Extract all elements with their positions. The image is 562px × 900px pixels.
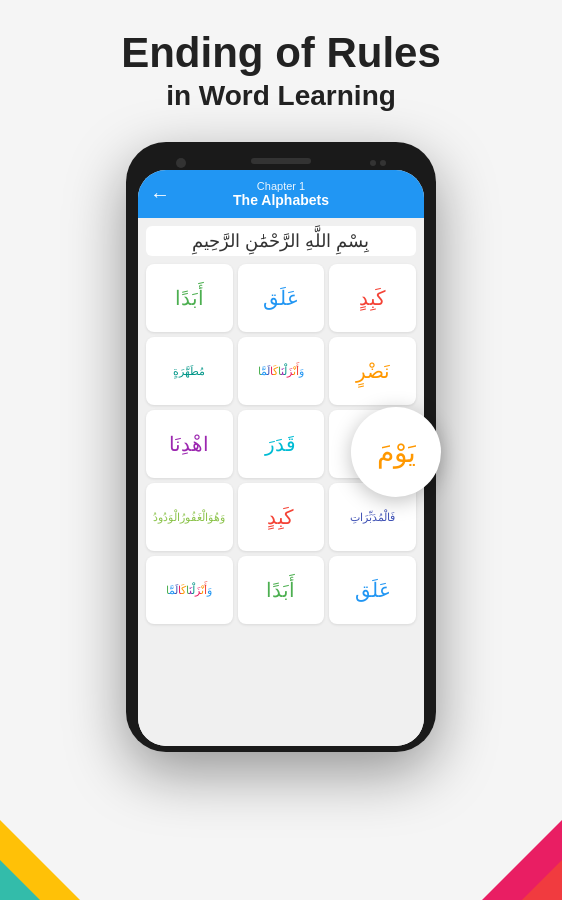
popup-word: يَوْمَ bbox=[351, 407, 441, 497]
header-section: Ending of Rules in Word Learning bbox=[0, 0, 562, 122]
bismillah-text: بِسْمِ اللَّهِ الرَّحْمَٰنِ الرَّحِيمِ bbox=[146, 226, 416, 256]
header-text: Chapter 1 The Alphabets bbox=[233, 180, 329, 208]
corner-decoration-left bbox=[0, 820, 80, 900]
chapter-label: Chapter 1 bbox=[233, 180, 329, 192]
phone-speaker bbox=[251, 158, 311, 164]
phone-dots bbox=[370, 160, 386, 166]
back-button[interactable]: ← bbox=[150, 183, 170, 206]
phone-dot-1 bbox=[370, 160, 376, 166]
word-card-9[interactable]: وَهُوَالْغَفُورُالْوَدُودُ bbox=[146, 483, 233, 551]
phone-dot-2 bbox=[380, 160, 386, 166]
word-card-6[interactable]: اهْدِنَا bbox=[146, 410, 233, 478]
word-card-10[interactable]: كَبِدٍ bbox=[238, 483, 325, 551]
word-card-14[interactable]: عَلَق bbox=[329, 556, 416, 624]
main-title: Ending of Rules bbox=[20, 30, 542, 76]
word-card-3[interactable]: مُطَهَّرَةٍ bbox=[146, 337, 233, 405]
word-card-12[interactable]: وَأَنْزَلْنَاكَالَمَّا bbox=[146, 556, 233, 624]
app-header: ← Chapter 1 The Alphabets bbox=[138, 170, 424, 218]
word-card-4[interactable]: وَأَنْزَلْنَاكَالَمَّا bbox=[238, 337, 325, 405]
word-card-13[interactable]: أَبَدًا bbox=[238, 556, 325, 624]
corner-decoration-right bbox=[482, 820, 562, 900]
chapter-title: The Alphabets bbox=[233, 192, 329, 208]
sub-title: in Word Learning bbox=[20, 80, 542, 112]
phone-mockup: ← Chapter 1 The Alphabets بِسْمِ اللَّهِ… bbox=[0, 142, 562, 752]
word-card-2[interactable]: كَبِدٍ bbox=[329, 264, 416, 332]
word-card-1[interactable]: عَلَق bbox=[238, 264, 325, 332]
word-card-7[interactable]: قَدَرَ bbox=[238, 410, 325, 478]
word-card-0[interactable]: أَبَدًا bbox=[146, 264, 233, 332]
phone-outer: ← Chapter 1 The Alphabets بِسْمِ اللَّهِ… bbox=[126, 142, 436, 752]
word-card-5[interactable]: نَضْرٍ bbox=[329, 337, 416, 405]
